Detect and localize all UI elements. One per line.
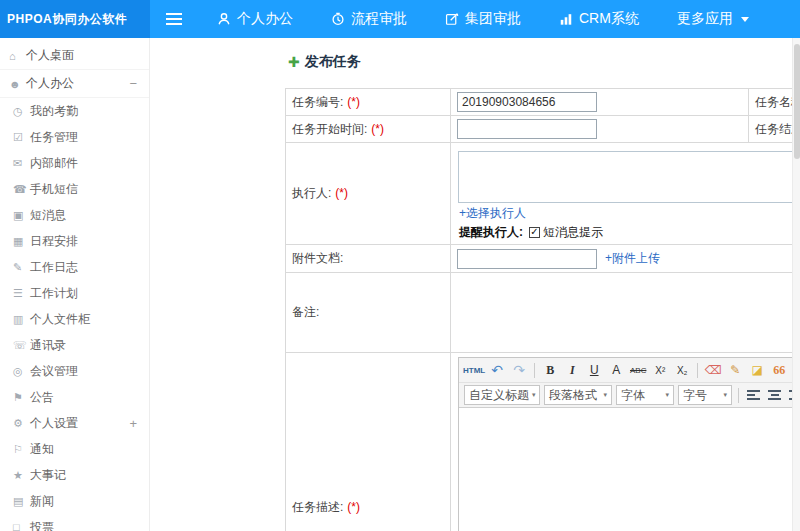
nav-item-crm-system[interactable]: CRM系统 [540,0,658,38]
remark-label: 备注: [286,273,451,353]
user-icon [217,12,231,26]
chevron-down-icon: ▾ [665,391,669,399]
sidebar-item-short-message[interactable]: ▣短消息 [0,202,149,228]
vertical-scrollbar[interactable] [792,38,800,531]
editor-content-area[interactable] [459,408,799,531]
message-icon: ▣ [13,209,30,222]
start-time-input[interactable] [457,119,597,139]
executor-textarea[interactable] [458,151,794,203]
sidebar-item-label: 个人桌面 [26,47,74,64]
sidebar-item-label: 投票 [30,519,54,531]
sms-icon: ☎ [13,183,30,196]
publish-task-form: 任务编号:(*) 任务名称:(*) 任务开始时间:(*) 任务结束时间:(*) … [285,88,800,531]
task-no-input[interactable] [457,92,597,112]
settings-icon: ⚙ [13,417,30,430]
sidebar-item-label: 会议管理 [30,363,78,380]
sidebar-item-my-attendance[interactable]: ◷我的考勤 [0,98,149,124]
font-border-button[interactable]: A [606,360,626,380]
sidebar-item-vote[interactable]: □投票 [0,514,149,531]
nav-item-label: 个人办公 [237,10,293,28]
eraser-button[interactable]: ⌫ [703,360,723,380]
background-color-button[interactable]: ◪ [747,360,767,380]
sidebar-item-schedule[interactable]: ▦日程安排 [0,228,149,254]
sms-remind-checkbox[interactable] [529,227,540,238]
sidebar-item-work-log[interactable]: ✎工作日志 [0,254,149,280]
superscript-button[interactable]: X² [650,360,670,380]
editor-toolbar-row1: HTML↶↷BIUAABCX²X₂⌫✎◪66A▾ [459,358,799,383]
nav-item-more-apps[interactable]: 更多应用 [658,0,768,38]
blockquote-button[interactable]: 66 [769,360,789,380]
sidebar-item-events[interactable]: ★大事记 [0,462,149,488]
align-center-button[interactable] [768,389,781,402]
attachment-label: 附件文档: [286,245,451,273]
topbar: PHPOA协同办公软件 个人办公流程审批集团审批CRM系统更多应用 [0,0,800,38]
sidebar-item-personal-file-cabinet[interactable]: ▥个人文件柜 [0,306,149,332]
source-code-button[interactable]: HTML [463,360,485,380]
dropdown-label: 字号 [683,387,707,404]
attachment-upload-link[interactable]: +附件上传 [605,250,660,267]
custom-title-dropdown[interactable]: 自定义标题▾ [464,385,540,405]
italic-button[interactable]: I [562,360,582,380]
strikethrough-button[interactable]: ABC [628,360,648,380]
nav-item-label: 更多应用 [677,10,733,28]
scrollbar-thumb[interactable] [794,44,800,159]
bold-button[interactable]: B [540,360,560,380]
sidebar-item-label: 通讯录 [30,337,66,354]
task-description-cell: HTML↶↷BIUAABCX²X₂⌫✎◪66A▾ 自定义标题▾段落格式▾字体▾字… [451,353,800,531]
executor-label: 执行人:(*) [286,143,451,245]
sidebar-item-mobile-sms[interactable]: ☎手机短信 [0,176,149,202]
sidebar-item-personal-settings[interactable]: ⚙个人设置+ [0,410,149,436]
sidebar-item-contacts[interactable]: ☏通讯录 [0,332,149,358]
vote-icon: □ [13,521,30,531]
nav-item-group-approval[interactable]: 集团审批 [426,0,540,38]
sidebar-item-task-management[interactable]: ☑任务管理 [0,124,149,150]
nav-item-process-approval[interactable]: 流程审批 [312,0,426,38]
font-size-dropdown[interactable]: 字号▾ [678,385,732,405]
sms-option-label: 短消息提示 [543,224,603,241]
format-brush-button[interactable]: ✎ [725,360,745,380]
meeting-icon: ◎ [13,365,30,378]
log-icon: ✎ [13,261,30,274]
font-family-dropdown[interactable]: 字体▾ [616,385,674,405]
chevron-down-icon: ▾ [723,391,727,399]
paragraph-format-dropdown[interactable]: 段落格式▾ [544,385,612,405]
redo-button[interactable]: ↷ [509,360,529,380]
sidebar-item-announcement[interactable]: ⚑公告 [0,384,149,410]
align-left-button[interactable] [747,389,760,402]
chevron-down-icon: ▾ [603,391,607,399]
edit-icon [445,12,459,26]
main-content: 发布任务 任务编号:(*) 任务名称:(*) 任务开始时间:(*) 任务结束时间… [150,38,800,531]
sidebar-item-personal-office[interactable]: ☻个人办公− [0,70,149,98]
sidebar-item-news[interactable]: ▤新闻 [0,488,149,514]
topbar-nav: 个人办公流程审批集团审批CRM系统更多应用 [198,0,768,38]
expand-toggle-icon[interactable]: − [129,76,137,91]
expand-toggle-icon[interactable]: + [129,416,137,431]
subscript-button[interactable]: X₂ [672,360,692,380]
attachment-input[interactable] [457,249,597,269]
chart-icon [559,12,573,26]
sidebar-item-work-plan[interactable]: ☰工作计划 [0,280,149,306]
cabinet-icon: ▥ [13,313,30,326]
underline-button[interactable]: U [584,360,604,380]
sidebar-item-meeting-management[interactable]: ◎会议管理 [0,358,149,384]
dropdown-label: 段落格式 [549,387,597,404]
remark-cell[interactable] [451,273,800,353]
choose-executor-link[interactable]: +选择执行人 [459,206,526,220]
sidebar-item-label: 手机短信 [30,181,78,198]
sidebar-item-personal-desktop[interactable]: ⌂个人桌面 [0,42,149,70]
contacts-icon: ☏ [13,339,30,352]
sidebar-item-label: 个人文件柜 [30,311,90,328]
menu-toggle-button[interactable] [150,0,198,38]
sidebar-item-internal-mail[interactable]: ✉内部邮件 [0,150,149,176]
news-icon: ▤ [13,495,30,508]
sidebar-item-label: 大事记 [30,467,66,484]
sidebar-item-label: 通知 [30,441,54,458]
sidebar-item-label: 内部邮件 [30,155,78,172]
task-no-cell [451,89,749,116]
sidebar-item-label: 工作日志 [30,259,78,276]
sidebar-item-notification[interactable]: ⚐通知 [0,436,149,462]
toolbar-separator [534,363,535,378]
undo-button[interactable]: ↶ [487,360,507,380]
sidebar-item-label: 公告 [30,389,54,406]
nav-item-personal-office[interactable]: 个人办公 [198,0,312,38]
